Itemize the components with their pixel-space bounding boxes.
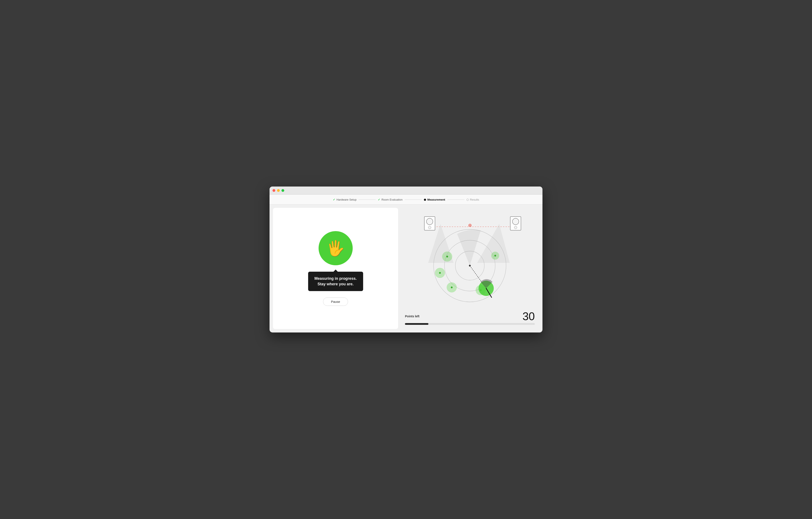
- step-measurement: Measurement: [424, 198, 445, 201]
- step-results-label: Results: [470, 198, 479, 201]
- traffic-lights: [272, 189, 284, 192]
- step-connector-3: [447, 199, 464, 200]
- left-panel: 🖐 Measuring in progress. Stay where you …: [273, 208, 398, 329]
- sweep-sector: [457, 229, 481, 266]
- step-active-dot: [424, 199, 426, 201]
- status-line1: Measuring in progress.: [315, 276, 357, 281]
- meas-point-1-dot: [446, 256, 448, 257]
- points-left-label: Points left: [405, 315, 419, 318]
- maximize-button[interactable]: [282, 189, 284, 192]
- room-svg: [405, 212, 535, 306]
- status-line2: Stay where you are.: [318, 282, 353, 286]
- hand-icon: 🖐: [326, 240, 345, 257]
- step-connector-2: [405, 199, 422, 200]
- step-connector-1: [359, 199, 376, 200]
- titlebar: [269, 187, 543, 195]
- points-row: Points left 30: [405, 311, 535, 322]
- main-content: 🖐 Measuring in progress. Stay where you …: [269, 204, 543, 332]
- room-visualization: [405, 212, 535, 306]
- step-check-icon-2: ✓: [378, 198, 380, 201]
- pause-button[interactable]: Pause: [323, 298, 348, 306]
- hand-icon-circle: 🖐: [319, 231, 353, 265]
- step-measurement-label: Measurement: [427, 198, 445, 201]
- minimize-button[interactable]: [277, 189, 280, 192]
- status-message: Measuring in progress. Stay where you ar…: [315, 276, 357, 286]
- points-section: Points left 30: [405, 308, 535, 325]
- step-inactive-dot: [467, 199, 469, 201]
- meas-point-2-dot: [439, 272, 441, 274]
- step-hardware-setup: ✓ Hardware Setup: [333, 198, 356, 201]
- progress-bar-fill: [405, 323, 428, 325]
- status-tooltip: Measuring in progress. Stay where you ar…: [308, 272, 363, 291]
- step-hardware-setup-label: Hardware Setup: [337, 198, 356, 201]
- points-count: 30: [522, 311, 535, 322]
- meas-point-3-dot: [451, 286, 453, 289]
- radar-center-dot: [469, 265, 471, 267]
- right-panel: Points left 30: [401, 208, 539, 329]
- meas-point-4-dot: [494, 255, 496, 257]
- progress-bar-container: [405, 323, 535, 325]
- step-check-icon: ✓: [333, 198, 335, 201]
- close-button[interactable]: [272, 189, 275, 192]
- step-room-evaluation: ✓ Room Evaluation: [378, 198, 403, 201]
- step-results: Results: [467, 198, 479, 201]
- stepper-bar: ✓ Hardware Setup ✓ Room Evaluation Measu…: [269, 195, 543, 204]
- step-room-evaluation-label: Room Evaluation: [381, 198, 403, 201]
- app-window: ✓ Hardware Setup ✓ Room Evaluation Measu…: [269, 187, 543, 332]
